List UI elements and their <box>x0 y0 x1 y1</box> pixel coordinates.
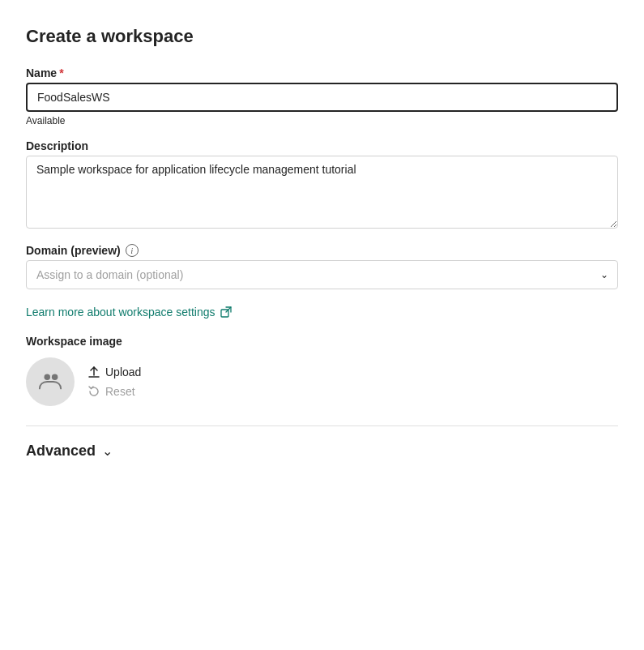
domain-group: Domain (preview) i Assign to a domain (o… <box>26 244 618 289</box>
page-title: Create a workspace <box>26 26 618 47</box>
reset-button[interactable]: Reset <box>87 385 141 398</box>
reset-icon <box>87 385 100 398</box>
advanced-section[interactable]: Advanced ⌄ <box>26 443 618 460</box>
learn-more-link[interactable]: Learn more about workspace settings <box>26 306 232 319</box>
domain-info-icon[interactable]: i <box>126 244 139 257</box>
advanced-label: Advanced <box>26 443 96 460</box>
workspace-image-section: Workspace image <box>26 335 618 406</box>
avatar-icon <box>38 369 62 396</box>
external-link-icon <box>220 306 232 319</box>
name-availability-status: Available <box>26 115 618 126</box>
name-label: Name* <box>26 66 618 79</box>
required-indicator: * <box>59 66 63 79</box>
advanced-chevron-icon: ⌄ <box>102 443 113 459</box>
description-group: Description Sample workspace for applica… <box>26 139 618 231</box>
domain-select-wrapper: Assign to a domain (optional) ⌄ <box>26 260 618 289</box>
workspace-image-label: Workspace image <box>26 335 618 348</box>
name-input[interactable] <box>26 83 618 112</box>
svg-point-2 <box>45 374 51 380</box>
workspace-avatar <box>26 357 75 406</box>
description-label: Description <box>26 139 618 152</box>
section-divider <box>26 425 618 426</box>
domain-select[interactable]: Assign to a domain (optional) <box>26 260 618 289</box>
image-actions: Upload Reset <box>87 366 141 398</box>
description-input[interactable]: Sample workspace for application lifecyc… <box>26 156 618 229</box>
domain-label: Domain (preview) <box>26 244 121 257</box>
upload-icon <box>87 366 100 378</box>
domain-label-row: Domain (preview) i <box>26 244 618 257</box>
create-workspace-panel: Create a workspace Name* Available Descr… <box>0 0 644 492</box>
name-group: Name* Available <box>26 66 618 126</box>
image-row: Upload Reset <box>26 357 618 406</box>
upload-button[interactable]: Upload <box>87 366 141 378</box>
svg-point-3 <box>52 374 58 380</box>
